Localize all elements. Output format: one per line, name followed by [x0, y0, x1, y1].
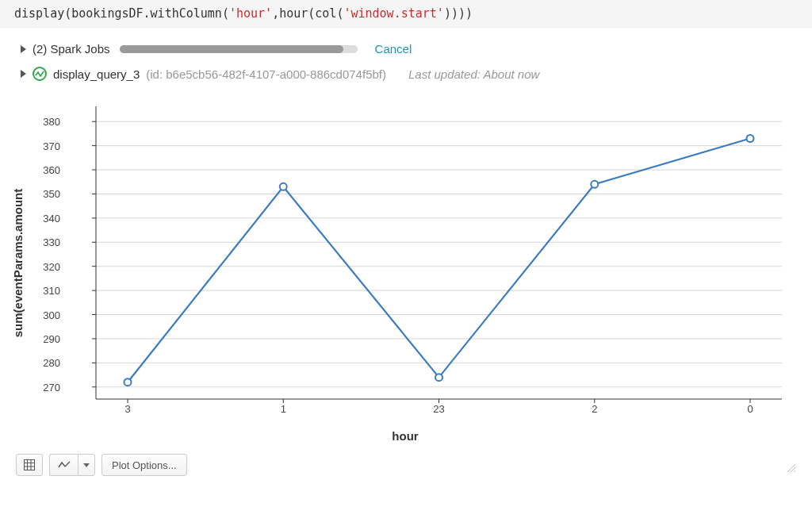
- code-text: )))): [444, 6, 473, 21]
- code-cell[interactable]: display(bookingsDF.withColumn('hour',hou…: [0, 0, 812, 28]
- chart-type-dropdown[interactable]: [49, 454, 95, 476]
- svg-line-43: [794, 470, 795, 472]
- x-axis-label: hour: [392, 429, 418, 443]
- y-tick-label: 360: [29, 164, 60, 176]
- line-chart-icon: [58, 460, 71, 470]
- progress-fill: [120, 45, 343, 53]
- svg-rect-36: [25, 460, 35, 470]
- svg-point-33: [435, 374, 442, 381]
- expand-arrow-icon[interactable]: [21, 70, 26, 78]
- code-string: 'window.start': [343, 6, 443, 21]
- y-tick-label: 290: [29, 332, 60, 344]
- y-tick-label: 380: [29, 116, 60, 128]
- resize-handle-icon[interactable]: [785, 462, 796, 476]
- expand-arrow-icon[interactable]: [21, 45, 26, 53]
- spark-jobs-label[interactable]: (2) Spark Jobs: [33, 42, 110, 56]
- y-tick-label: 300: [29, 309, 60, 321]
- spark-jobs-row: (2) Spark Jobs Cancel: [21, 42, 791, 56]
- output-area: (2) Spark Jobs Cancel display_query_3 (i…: [0, 28, 812, 451]
- y-tick-label: 340: [29, 212, 60, 224]
- svg-point-31: [124, 378, 132, 386]
- chart-svg: [21, 102, 790, 419]
- query-name[interactable]: display_query_3: [53, 67, 140, 81]
- plot-options-button[interactable]: Plot Options...: [102, 454, 187, 476]
- y-tick-label: 350: [29, 188, 60, 200]
- x-tick-label: 2: [592, 403, 597, 415]
- chart-container: sum(eventParams.amount hour 270280290300…: [21, 102, 790, 443]
- x-tick-label: 1: [281, 403, 286, 415]
- chart-type-button[interactable]: [49, 454, 78, 476]
- bottom-toolbar: Plot Options...: [0, 451, 812, 479]
- svg-point-32: [280, 183, 287, 190]
- table-view-button[interactable]: [16, 454, 43, 476]
- progress-bar: [120, 45, 358, 53]
- y-tick-label: 330: [29, 236, 60, 248]
- last-updated-label: Last updated: About now: [408, 67, 539, 81]
- code-text: display(bookingsDF.withColumn(: [14, 6, 229, 21]
- x-tick-label: 23: [433, 403, 444, 415]
- cancel-link[interactable]: Cancel: [375, 42, 412, 56]
- y-tick-label: 270: [29, 381, 60, 393]
- x-tick-label: 3: [124, 403, 130, 415]
- y-tick-label: 370: [29, 140, 60, 152]
- y-tick-label: 280: [29, 357, 60, 369]
- table-icon: [24, 459, 35, 470]
- query-id: (id: b6e5cb56-482f-4107-a000-886cd074f5b…: [146, 67, 386, 81]
- x-tick-label: 0: [747, 403, 753, 415]
- chevron-down-icon: [83, 463, 90, 467]
- svg-point-35: [747, 135, 754, 142]
- svg-point-34: [591, 181, 598, 188]
- query-row: display_query_3 (id: b6e5cb56-482f-4107-…: [21, 67, 791, 81]
- code-string: 'hour': [229, 6, 272, 21]
- chart-type-caret[interactable]: [78, 454, 95, 476]
- code-text: ,hour(col(: [272, 6, 343, 21]
- streaming-query-icon: [33, 67, 47, 81]
- y-tick-label: 310: [29, 285, 60, 297]
- y-tick-label: 320: [29, 260, 60, 272]
